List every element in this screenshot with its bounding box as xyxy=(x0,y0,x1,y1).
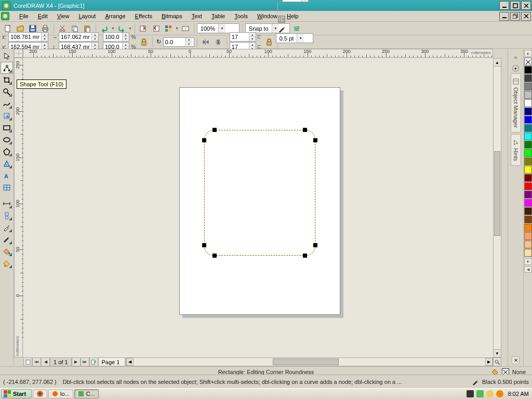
mdi-restore-button[interactable] xyxy=(510,12,520,21)
minimize-button[interactable] xyxy=(499,1,509,10)
page-next-button[interactable]: ▶ xyxy=(72,357,81,366)
width-input[interactable]: ▲▼ xyxy=(59,32,99,42)
polygon-tool[interactable] xyxy=(1,145,13,157)
menu-layout[interactable]: Layout xyxy=(74,11,100,21)
x-position-input[interactable]: ▲▼ xyxy=(8,32,48,42)
docker-expand-button[interactable]: « xyxy=(513,50,519,64)
welcome-button[interactable] xyxy=(180,23,191,34)
menu-view[interactable]: View xyxy=(52,11,74,21)
outline-width-combo[interactable]: 0.5 pt▼ xyxy=(276,33,313,43)
menu-bitmaps[interactable]: Bitmaps xyxy=(157,11,187,21)
ruler-origin-button[interactable] xyxy=(14,49,23,58)
selected-rectangle[interactable] xyxy=(200,126,320,260)
menu-arrange[interactable]: Arrange xyxy=(100,11,130,21)
swatch-5[interactable] xyxy=(524,108,532,115)
swatch-2[interactable] xyxy=(524,83,532,90)
swatch-11[interactable] xyxy=(524,157,532,165)
swatch-22[interactable] xyxy=(524,249,532,257)
docker-object-manager[interactable]: Object Manager xyxy=(511,73,521,132)
taskbar-item-1[interactable]: lo... xyxy=(48,389,73,398)
smart-fill-tool[interactable] xyxy=(1,110,13,122)
swatch-1[interactable] xyxy=(524,74,532,82)
rectangle-tool[interactable] xyxy=(1,122,13,134)
start-button[interactable]: Start xyxy=(1,389,32,398)
rotation-input[interactable]: ▲▼ xyxy=(163,37,194,47)
taskbar-item-2[interactable]: C... xyxy=(74,389,99,398)
fill-tool[interactable] xyxy=(1,245,13,257)
text-tool[interactable]: A xyxy=(1,169,13,181)
menu-file[interactable]: File xyxy=(15,11,33,21)
swatch-0[interactable] xyxy=(524,66,532,74)
export-button[interactable] xyxy=(150,23,162,34)
horizontal-ruler[interactable]: millimeters20015010050050100150200250300… xyxy=(23,49,493,58)
add-page-button[interactable]: + xyxy=(89,357,98,366)
vertical-scrollbar[interactable]: ▲▼ xyxy=(493,58,501,357)
swatch-10[interactable] xyxy=(524,149,532,157)
outline-tool[interactable] xyxy=(1,233,13,245)
menu-text[interactable]: Text xyxy=(187,11,207,21)
swatch-6[interactable] xyxy=(524,116,532,124)
freehand-tool[interactable] xyxy=(1,98,13,110)
zoom-tool[interactable] xyxy=(1,86,13,98)
table-tool[interactable] xyxy=(1,181,13,193)
import-button[interactable] xyxy=(138,23,149,34)
swatch-9[interactable] xyxy=(524,141,532,149)
swatch-21[interactable] xyxy=(524,241,532,248)
swatch-12[interactable] xyxy=(524,166,532,174)
page-first-button[interactable]: ⏮ xyxy=(32,357,41,366)
dimension-tool[interactable] xyxy=(1,197,13,209)
basic-shapes-tool[interactable] xyxy=(1,157,13,169)
swatch-20[interactable] xyxy=(524,232,532,240)
scale-x-input[interactable]: ▲▼ xyxy=(103,32,129,42)
maximize-button[interactable] xyxy=(510,1,520,10)
swatch-19[interactable] xyxy=(524,224,532,232)
menu-table[interactable]: Table xyxy=(207,11,230,21)
docker-close-button[interactable]: ✕ xyxy=(512,356,520,364)
swatch-17[interactable] xyxy=(524,207,532,215)
swatch-7[interactable] xyxy=(524,124,532,132)
mdi-close-button[interactable] xyxy=(521,12,531,21)
swatch-8[interactable] xyxy=(524,132,532,140)
interactive-fill-tool[interactable] xyxy=(1,257,13,269)
drawing-viewport[interactable] xyxy=(23,58,493,357)
tray-icon-2[interactable] xyxy=(476,390,484,397)
docker-hints[interactable]: Hints xyxy=(511,134,521,166)
swatch-18[interactable] xyxy=(524,216,532,223)
swatch-none[interactable] xyxy=(524,58,532,65)
mdi-minimize-button[interactable] xyxy=(499,12,509,21)
wrap-text-button[interactable] xyxy=(276,14,287,25)
vertical-ruler[interactable]: millimeters250200150100500 xyxy=(14,58,23,357)
page-prev-button[interactable]: ◀ xyxy=(41,357,50,366)
corner-lock-button[interactable] xyxy=(263,36,275,48)
corner-br-input[interactable]: ▲▼ xyxy=(282,0,309,2)
page-last-button[interactable]: ⏭ xyxy=(81,357,89,366)
quicklaunch-firefox[interactable] xyxy=(33,389,47,398)
menu-tools[interactable]: Tools xyxy=(230,11,252,21)
tray-icon-3[interactable] xyxy=(486,390,494,397)
page-tab-1[interactable]: Page 1 xyxy=(98,357,126,366)
mirror-h-button[interactable] xyxy=(200,36,211,48)
swatch-14[interactable] xyxy=(524,182,532,190)
swatch-4[interactable] xyxy=(524,99,532,107)
corner-tl-input[interactable]: ▲▼ xyxy=(230,32,256,42)
menu-edit[interactable]: Edit xyxy=(33,11,52,21)
tray-icon-4[interactable] xyxy=(496,390,503,397)
mirror-v-button[interactable] xyxy=(212,36,224,48)
eyedropper-tool[interactable] xyxy=(1,221,13,233)
crop-tool[interactable] xyxy=(1,74,13,86)
interactive-blend-tool[interactable] xyxy=(1,209,13,221)
close-button[interactable] xyxy=(521,1,531,10)
swatch-3[interactable] xyxy=(524,91,532,99)
doc-nav-icon[interactable] xyxy=(23,357,32,366)
horizontal-scrollbar[interactable]: ◀ ▶ xyxy=(126,357,493,366)
ellipse-tool[interactable] xyxy=(1,134,13,145)
swatch-15[interactable] xyxy=(524,191,532,198)
pick-tool[interactable] xyxy=(1,50,13,62)
swatch-16[interactable] xyxy=(524,199,532,207)
lock-ratio-button[interactable] xyxy=(138,36,150,48)
shape-tool[interactable] xyxy=(1,62,13,74)
swatch-13[interactable] xyxy=(524,174,532,182)
palette-flyout[interactable]: ◀ xyxy=(524,266,532,273)
menu-effects[interactable]: Effects xyxy=(130,11,157,21)
docker-flyout-button[interactable]: ▸ xyxy=(512,65,519,72)
